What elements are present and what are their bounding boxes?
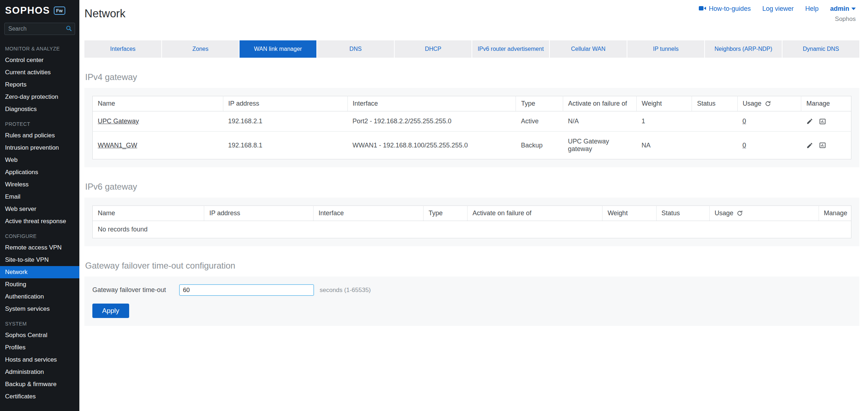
empty-row: No records found [93, 221, 851, 238]
col-ip-address: IP address [204, 206, 314, 221]
col-interface: Interface [313, 206, 423, 221]
usage-chart-icon[interactable] [819, 142, 826, 149]
gateway-activate-on-failure: N/A [563, 111, 636, 132]
refresh-icon[interactable] [737, 210, 743, 216]
search-input[interactable] [4, 23, 75, 35]
sidebar-item-wireless[interactable]: Wireless [0, 178, 79, 191]
sidebar-item-current-activities[interactable]: Current activities [0, 66, 79, 79]
video-icon [699, 5, 706, 13]
failover-config-title: Gateway failover time-out configuration [85, 261, 859, 271]
gateway-interface: WWAN1 - 192.168.8.100/255.255.255.0 [347, 132, 516, 159]
sidebar-item-rules-and-policies[interactable]: Rules and policies [0, 129, 79, 142]
sidebar-item-control-center[interactable]: Control center [0, 54, 79, 66]
col-ip-address: IP address [223, 96, 347, 111]
sidebar-item-system-services[interactable]: System services [0, 303, 79, 315]
col-name: Name [93, 206, 204, 221]
ipv4-gateway-panel: Name IP address Interface Type Activate … [84, 88, 859, 167]
page-title: Network [84, 7, 126, 20]
sidebar-item-profiles[interactable]: Profiles [0, 341, 79, 354]
col-type: Type [423, 206, 467, 221]
gateway-type: Backup [516, 132, 563, 159]
col-activate-on-failure: Activate on failure of [467, 206, 602, 221]
sidebar-item-certificates[interactable]: Certificates [0, 390, 79, 403]
nav-section-protect: PROTECT [0, 115, 79, 129]
gateway-name-link[interactable]: WWAN1_GW [98, 142, 137, 149]
sidebar-item-site-to-site-vpn[interactable]: Site-to-site VPN [0, 254, 79, 266]
gateway-weight: NA [636, 132, 692, 159]
no-records-text: No records found [93, 221, 851, 238]
tab-zones[interactable]: Zones [162, 40, 239, 58]
col-usage: Usage [709, 206, 819, 221]
gateway-ip: 192.168.2.1 [223, 111, 347, 132]
tab-bar: Interfaces Zones WAN link manager DNS DH… [84, 40, 859, 58]
topbar-right: How-to-guides Log viewer Help admin Soph… [699, 5, 856, 23]
user-menu[interactable]: admin [830, 5, 856, 13]
col-manage: Manage [801, 96, 851, 111]
tab-wan-link-manager[interactable]: WAN link manager [240, 40, 316, 58]
tab-dhcp[interactable]: DHCP [395, 40, 472, 58]
howto-guides-link[interactable]: How-to-guides [699, 5, 751, 13]
gateway-type: Active [516, 111, 563, 132]
sidebar-item-diagnostics[interactable]: Diagnostics [0, 103, 79, 115]
tab-dns[interactable]: DNS [317, 40, 394, 58]
sidebar-item-hosts-and-services[interactable]: Hosts and services [0, 354, 79, 366]
edit-icon[interactable] [806, 118, 813, 125]
col-activate-on-failure: Activate on failure of [563, 96, 636, 111]
col-usage: Usage [737, 96, 801, 111]
sidebar-item-web[interactable]: Web [0, 154, 79, 166]
sidebar-item-email[interactable]: Email [0, 191, 79, 203]
gateway-activate-on-failure: UPC Gateway gateway [563, 132, 636, 159]
tab-interfaces[interactable]: Interfaces [84, 40, 161, 58]
sidebar-item-zero-day-protection[interactable]: Zero-day protection [0, 91, 79, 103]
usage-link[interactable]: 0 [742, 118, 746, 125]
col-weight: Weight [602, 206, 656, 221]
tab-neighbors-arp-ndp[interactable]: Neighbors (ARP-NDP) [705, 40, 782, 58]
sidebar-item-backup-firmware[interactable]: Backup & firmware [0, 378, 79, 390]
sidebar-item-applications[interactable]: Applications [0, 166, 79, 178]
col-type: Type [516, 96, 563, 111]
usage-link[interactable]: 0 [742, 142, 746, 149]
search-icon[interactable] [66, 25, 72, 33]
sidebar-item-administration[interactable]: Administration [0, 366, 79, 378]
firewall-badge: Fw [54, 6, 65, 15]
tab-ip-tunnels[interactable]: IP tunnels [627, 40, 704, 58]
log-viewer-link[interactable]: Log viewer [762, 5, 794, 13]
sidebar-item-sophos-central[interactable]: Sophos Central [0, 329, 79, 341]
table-row: WWAN1_GW 192.168.8.1 WWAN1 - 192.168.8.1… [93, 132, 851, 159]
nav-section-configure: CONFIGURE [0, 227, 79, 242]
sidebar-item-routing[interactable]: Routing [0, 278, 79, 291]
refresh-icon[interactable] [765, 101, 771, 107]
sidebar-item-intrusion-prevention[interactable]: Intrusion prevention [0, 142, 79, 154]
howto-guides-label: How-to-guides [709, 5, 751, 13]
sidebar-item-web-server[interactable]: Web server [0, 203, 79, 215]
usage-label: Usage [715, 209, 733, 217]
usage-chart-icon[interactable] [819, 118, 826, 125]
sidebar-item-active-threat-response[interactable]: Active threat response [0, 215, 79, 227]
failover-timeout-label: Gateway failover time-out [92, 286, 179, 294]
col-status: Status [656, 206, 709, 221]
ipv6-gateway-table: Name IP address Interface Type Activate … [92, 206, 851, 238]
failover-timeout-hint: seconds (1-65535) [320, 287, 371, 294]
ipv4-gateway-table: Name IP address Interface Type Activate … [92, 96, 851, 159]
sidebar-item-remote-access-vpn[interactable]: Remote access VPN [0, 242, 79, 254]
sidebar-search [4, 23, 75, 35]
sidebar-item-reports[interactable]: Reports [0, 79, 79, 91]
sidebar-item-authentication[interactable]: Authentication [0, 291, 79, 303]
failover-timeout-input[interactable] [179, 284, 314, 296]
edit-icon[interactable] [806, 142, 813, 149]
help-link[interactable]: Help [805, 5, 819, 13]
sidebar-item-network[interactable]: Network [0, 266, 79, 278]
brand-text: Sophos [699, 16, 856, 23]
chevron-down-icon [851, 8, 856, 10]
tab-cellular-wan[interactable]: Cellular WAN [550, 40, 627, 58]
help-label: Help [805, 5, 819, 13]
user-name: admin [830, 5, 849, 13]
apply-button[interactable]: Apply [92, 304, 129, 318]
content: IPv4 gateway Name IP address Interface T… [79, 58, 868, 326]
col-weight: Weight [636, 96, 692, 111]
tab-ipv6-router-advertisement[interactable]: IPv6 router advertisement [472, 40, 549, 58]
gateway-name-link[interactable]: UPC Gateway [98, 118, 139, 125]
logo: SOPHOS Fw [0, 0, 79, 19]
gateway-weight: 1 [636, 111, 692, 132]
tab-dynamic-dns[interactable]: Dynamic DNS [782, 40, 859, 58]
